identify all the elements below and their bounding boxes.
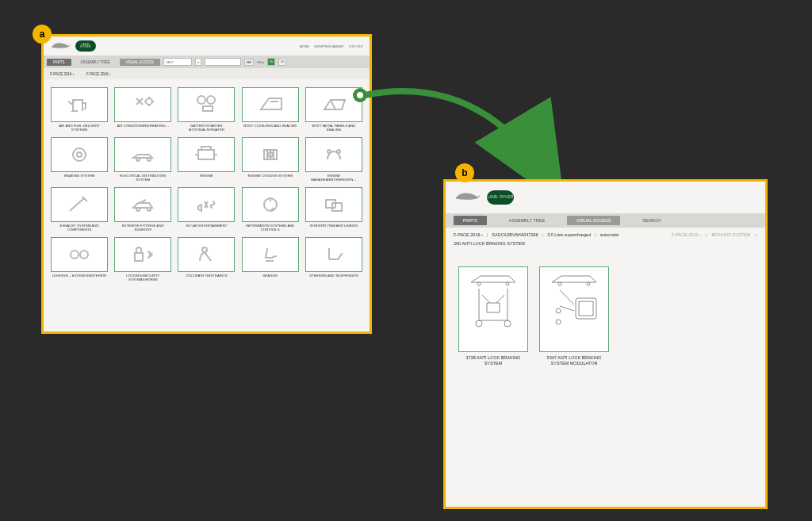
svg-point-12: [337, 150, 340, 153]
category-tile[interactable]: ENGINE: [177, 137, 236, 182]
tab-visual-access-b[interactable]: VISUAL ACCESS: [567, 216, 620, 225]
breadcrumb-a: F-PACE 2016 › F-PACE 2016 ›: [44, 68, 370, 79]
logout-link[interactable]: LOG OUT: [349, 44, 363, 48]
category-icon: [178, 87, 235, 122]
svg-point-25: [506, 282, 509, 285]
category-icon: [305, 187, 362, 222]
category-icon: [114, 187, 171, 222]
tab-parts-b[interactable]: PARTS: [454, 216, 487, 225]
category-label: LIGHTING – EXTERIOR/INTERIOR: [52, 274, 108, 282]
filter-on-toggle[interactable]: On: [267, 58, 275, 66]
part-label: 3728 ANTI LOCK BRAKING SYSTEM: [458, 355, 528, 366]
sep-icon: |: [595, 232, 596, 237]
svg-point-4: [73, 148, 86, 161]
crumb-vin: SADCA2BV6HA047266: [492, 232, 538, 237]
category-tile[interactable]: OCCUPANT RESTRAINTS: [177, 237, 236, 282]
crumb-engine: 3.0 Litre supercharged: [547, 232, 591, 237]
category-icon: [305, 137, 362, 172]
category-tile[interactable]: SEATING: [241, 237, 300, 282]
category-tile[interactable]: BODY CLOSURES AND SEALING: [241, 87, 300, 132]
category-label: BRAKING SYSTEM: [63, 174, 95, 182]
category-icon: [51, 237, 108, 272]
crumb-path-1[interactable]: F-PACE 2016 ›: [672, 232, 701, 237]
svg-point-7: [147, 158, 151, 161]
breadcrumb-b: F-PACE 2016 › | SADCA2BV6HA047266 | 3.0 …: [446, 228, 765, 251]
search-input[interactable]: [205, 58, 241, 66]
category-tile[interactable]: EXHAUST SYSTEM AND COMPONENTS: [50, 187, 109, 232]
tab-assembly-tree-b[interactable]: ASSEMBLY TREE: [500, 216, 554, 225]
category-tile[interactable]: BODY METAL PANELS AND SEALING: [304, 87, 363, 132]
category-label: STEERING AND SUSPENSION: [308, 274, 358, 282]
category-icon: [51, 187, 108, 222]
category-tile[interactable]: EXTERIOR FITTINGS AND SUNROOF: [113, 187, 172, 232]
crumb-model[interactable]: F-PACE 2016 ›: [454, 232, 483, 237]
category-label: AIR AND FUEL DELIVERY SYSTEMS: [50, 124, 109, 132]
tab-search-b[interactable]: SEARCH: [633, 216, 670, 225]
category-tile[interactable]: STEERING AND SUSPENSION: [304, 237, 363, 282]
category-tile[interactable]: LIGHTING – EXTERIOR/INTERIOR: [50, 237, 109, 282]
category-label: IN CAR ENTERTAINMENT: [186, 224, 228, 232]
panel-b: LAND- ROVER PARTS ASSEMBLY TREE VISUAL A…: [443, 179, 768, 509]
category-label: LOCKING/SECURITY SYSTEMS/HORNS: [113, 274, 172, 282]
category-grid: AIR AND FUEL DELIVERY SYSTEMSAIR CONDITI…: [44, 79, 370, 290]
svg-point-14: [147, 208, 151, 211]
category-icon: [242, 137, 299, 172]
category-tile[interactable]: AIR AND FUEL DELIVERY SYSTEMS: [50, 87, 109, 132]
arrow-sep-icon: ››: [705, 232, 708, 237]
category-icon: [51, 87, 108, 122]
header-a: LAND- ROVER MORE SHOPPING BASKET LOG OUT: [44, 36, 370, 56]
sep-icon: |: [487, 232, 488, 237]
tab-visual-access[interactable]: VISUAL ACCESS: [120, 59, 160, 66]
category-label: BATTERY/STARTER MOTOR/ALTERNATOR: [177, 124, 236, 132]
category-icon: [242, 237, 299, 272]
crumb-path-2[interactable]: BRAKING SYSTEM: [711, 232, 750, 237]
category-tile[interactable]: INTERIOR TRIM AND LININGS: [304, 187, 363, 232]
svg-rect-20: [135, 253, 143, 261]
category-icon: [51, 137, 108, 172]
category-tile[interactable]: BRAKING SYSTEM: [50, 137, 109, 182]
crumb-a-2[interactable]: F-PACE 2016 ›: [86, 72, 110, 76]
category-label: ELECTRICAL DISTRIBUTION SYSTEM: [113, 174, 172, 182]
category-tile[interactable]: INFORMATION SYSTEMS AND CONTROLS: [241, 187, 300, 232]
go-button[interactable]: GO: [244, 59, 254, 66]
category-icon: [305, 237, 362, 272]
svg-rect-8: [198, 150, 214, 159]
svg-point-24: [477, 282, 481, 285]
more-link[interactable]: MORE: [300, 44, 309, 48]
category-icon: [114, 137, 171, 172]
category-tile[interactable]: LOCKING/SECURITY SYSTEMS/HORNS: [113, 237, 172, 282]
part-type-caret-icon[interactable]: ▾: [195, 58, 201, 66]
tab-parts[interactable]: PARTS: [47, 59, 71, 66]
category-tile[interactable]: IN CAR ENTERTAINMENT: [177, 187, 236, 232]
part-diagram-icon: [458, 266, 528, 352]
category-tile[interactable]: ENGINE MANAGEMENT/EMISSION…: [304, 137, 363, 182]
svg-point-21: [202, 247, 207, 252]
part-type-select[interactable]: PART: [163, 58, 192, 66]
category-tile[interactable]: BATTERY/STARTER MOTOR/ALTERNATOR: [177, 87, 236, 132]
crumb-a-1[interactable]: F-PACE 2016 ›: [50, 72, 74, 76]
category-tile[interactable]: AIR CONDITIONING/HEATING/…: [113, 87, 172, 132]
category-tile[interactable]: ENGINE COOLING SYSTEM: [241, 137, 300, 182]
tab-assembly-tree[interactable]: ASSEMBLY TREE: [75, 59, 117, 66]
jaguar-logo-icon: [50, 39, 72, 53]
crumb-trans: automatic: [600, 232, 619, 237]
basket-link[interactable]: SHOPPING BASKET: [314, 44, 344, 48]
svg-point-13: [136, 208, 140, 211]
sep-icon: |: [542, 232, 543, 237]
filter-off-toggle[interactable]: Off: [278, 58, 286, 66]
logos-b: LAND- ROVER: [454, 190, 514, 205]
part-tile[interactable]: 5347 ANTI LOCK BRAKING SYSTEM MODULATOR: [539, 266, 609, 366]
logos: LAND- ROVER: [50, 39, 96, 53]
crumb-path-3: 290 ANTI LOCK BRAKING SYSTEM: [454, 241, 525, 246]
panel-a: LAND- ROVER MORE SHOPPING BASKET LOG OUT…: [41, 34, 372, 334]
category-label: ENGINE MANAGEMENT/EMISSION…: [304, 174, 363, 182]
svg-point-0: [146, 98, 152, 105]
svg-point-18: [71, 251, 79, 259]
category-label: AIR CONDITIONING/HEATING/…: [117, 124, 170, 132]
arrow-sep-icon: ››: [754, 232, 757, 237]
part-tile[interactable]: 3728 ANTI LOCK BRAKING SYSTEM: [458, 266, 528, 366]
landrover-logo-icon: LAND- ROVER: [487, 190, 514, 205]
category-tile[interactable]: ELECTRICAL DISTRIBUTION SYSTEM: [113, 137, 172, 182]
category-label: BODY CLOSURES AND SEALING: [243, 124, 297, 132]
svg-point-28: [558, 282, 561, 285]
